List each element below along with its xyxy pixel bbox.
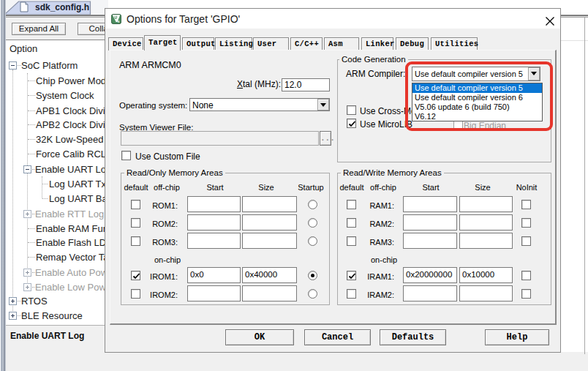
svg-text:s: s — [118, 18, 120, 23]
